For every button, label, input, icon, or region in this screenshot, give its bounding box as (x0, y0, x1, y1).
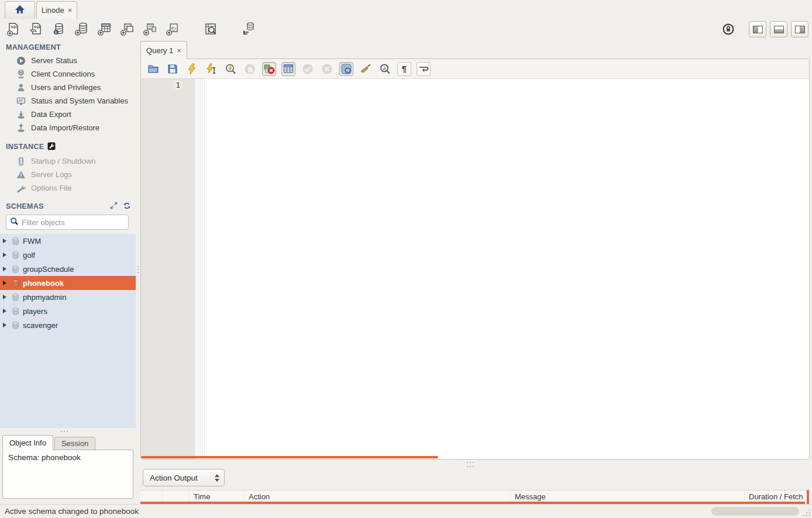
rollback-button (320, 62, 334, 76)
expander-icon[interactable] (3, 323, 6, 327)
create-view-button[interactable] (120, 22, 135, 37)
object-info-content: Schema: phonebook (2, 450, 133, 499)
sidebar-item-options-file[interactable]: Options File (0, 181, 136, 195)
sidebar-item-data-import[interactable]: Data Import/Restore (0, 121, 136, 134)
expander-icon[interactable] (3, 239, 6, 243)
new-sql-tab-button[interactable]: SQL (6, 22, 21, 37)
tab-query-1[interactable]: Query 1 × (140, 41, 187, 59)
column-time[interactable]: Time (190, 491, 245, 502)
editor-horizontal-scrollbar[interactable] (141, 456, 438, 458)
schema-icon (11, 236, 20, 246)
schema-row-players[interactable]: players (0, 304, 136, 318)
bottom-scrollbar-thumb[interactable] (711, 507, 799, 516)
create-procedure-button[interactable] (143, 22, 158, 37)
toggle-stop-on-error-button[interactable] (262, 62, 276, 76)
expander-icon[interactable] (3, 309, 6, 313)
bottom-panel-icon (774, 26, 784, 33)
schema-filter (6, 215, 129, 230)
sidebar-item-client-connections[interactable]: Client Connections (0, 67, 136, 81)
svg-text:SQL: SQL (11, 25, 18, 29)
schema-row-scavenger[interactable]: scavenger (0, 318, 136, 332)
management-section-header: MANAGEMENT (6, 42, 131, 53)
instance-admin-icon (47, 142, 56, 152)
action-output-header: Time Action Message Duration / Fetch (140, 490, 810, 502)
connection-tab[interactable]: Linode × (36, 1, 77, 19)
sidebar-item-status-system-variables[interactable]: Status and System Variables (0, 94, 136, 108)
selector-spinner-icon (215, 474, 219, 482)
explain-query-button[interactable] (223, 62, 238, 76)
output-panel-splitter-handle[interactable] (467, 466, 474, 467)
create-schema-button[interactable] (74, 22, 90, 37)
schema-icon (11, 278, 20, 288)
create-table-button[interactable] (97, 22, 112, 37)
expander-icon[interactable] (3, 267, 6, 271)
inspect-database-button[interactable]: i (51, 22, 67, 37)
reconnect-dbms-button[interactable] (240, 22, 256, 37)
toggle-limit-rows-button[interactable] (281, 62, 295, 76)
expander-icon[interactable] (3, 253, 6, 257)
save-script-button[interactable] (166, 62, 180, 76)
connection-lock-icon (721, 22, 736, 37)
toggle-word-wrap-button[interactable] (417, 62, 431, 76)
close-icon[interactable]: × (177, 47, 181, 54)
output-panel-splitter[interactable] (467, 462, 474, 463)
mysql-workbench-window: Linode × SQL SQL i f() (0, 0, 812, 518)
sidebar-item-users-privileges[interactable]: Users and Privileges (0, 81, 136, 94)
toggle-right-sidebar-button[interactable] (791, 21, 808, 37)
output-vertical-scrollbar[interactable] (807, 490, 809, 504)
status-message: Active schema changed to phonebook (5, 507, 139, 516)
instance-section-header: INSTANCE (6, 141, 131, 152)
info-panel-splitter[interactable] (61, 431, 68, 432)
tab-object-info[interactable]: Object Info (2, 435, 53, 450)
search-icon (10, 217, 19, 227)
column-status[interactable] (140, 491, 163, 502)
beautify-script-button[interactable] (359, 62, 373, 76)
warning-icon (16, 170, 26, 179)
schema-row-golf[interactable]: golf (0, 248, 136, 262)
right-panel-icon (795, 26, 805, 33)
schema-row-phpmyadmin[interactable]: phpmyadmin (0, 290, 136, 304)
window-controls (721, 21, 808, 37)
output-view-selector[interactable]: Action Output (143, 469, 225, 486)
create-function-button[interactable]: f() (166, 22, 181, 37)
column-message[interactable]: Message (511, 491, 745, 502)
schema-row-fwm[interactable]: FWM (0, 234, 136, 248)
traffic-light-icon (16, 156, 26, 166)
expander-icon[interactable] (3, 295, 6, 299)
schemas-section-header: SCHEMAS (6, 201, 131, 212)
column-action[interactable]: Action (245, 491, 511, 502)
refresh-schemas-icon[interactable] (123, 202, 131, 212)
execute-statement-button[interactable] (204, 62, 218, 76)
tab-session[interactable]: Session (54, 437, 95, 450)
expand-schemas-icon[interactable] (110, 202, 118, 211)
search-table-data-button[interactable] (203, 22, 218, 37)
execute-query-button[interactable] (185, 62, 199, 76)
toggle-autocommit-button[interactable] (339, 62, 353, 76)
sidebar-item-data-export[interactable]: Data Export (0, 108, 136, 121)
column-index[interactable] (163, 491, 190, 502)
sidebar-splitter[interactable] (136, 40, 140, 504)
sidebar-item-server-logs[interactable]: Server Logs (0, 168, 136, 181)
toggle-left-sidebar-button[interactable] (749, 21, 766, 37)
schema-icon (11, 306, 20, 316)
sql-editor[interactable]: 1 (141, 79, 809, 459)
pilcrow-icon: ¶ (402, 64, 407, 74)
toggle-bottom-panel-button[interactable] (770, 21, 787, 37)
sidebar-item-startup-shutdown[interactable]: Startup / Shutdown (0, 154, 136, 168)
column-duration-fetch[interactable]: Duration / Fetch (745, 491, 810, 502)
toggle-invisible-characters-button[interactable]: ¶ (397, 62, 411, 76)
sidebar-item-server-status[interactable]: Server Status (0, 54, 136, 67)
monitor-icon (16, 96, 26, 106)
schema-row-groupschedule[interactable]: groupSchedule (0, 262, 136, 276)
schema-row-phonebook[interactable]: phonebook (0, 276, 136, 290)
window-resize-grip[interactable] (803, 509, 810, 516)
info-panel-tabs: Object Info Session (2, 435, 95, 450)
open-sql-file-button[interactable]: SQL (29, 22, 44, 37)
find-button[interactable]: A (378, 62, 392, 76)
expander-icon[interactable] (3, 281, 6, 285)
export-icon (16, 109, 26, 119)
home-tab[interactable] (5, 1, 35, 19)
open-script-button[interactable] (146, 62, 160, 76)
close-icon[interactable]: × (68, 6, 73, 14)
filter-objects-input[interactable] (22, 218, 125, 227)
